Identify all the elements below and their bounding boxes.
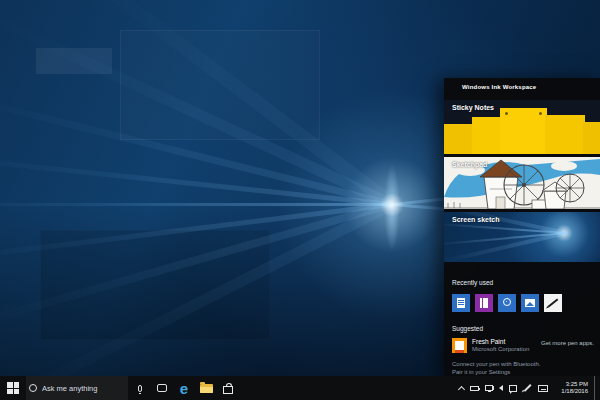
- sketch-pen-app-icon[interactable]: [544, 294, 562, 312]
- suggested-app-publisher: Microsoft Corporation: [472, 346, 541, 353]
- recently-used-heading: Recently used: [452, 279, 493, 286]
- battery-status[interactable]: [470, 386, 479, 391]
- microphone-icon: [138, 385, 142, 392]
- suggested-app-row: Fresh Paint Microsoft Corporation Get mo…: [452, 338, 594, 353]
- suggested-heading: Suggested: [452, 325, 483, 332]
- note-pin: [539, 112, 542, 115]
- clock-date: 1/18/2016: [554, 388, 588, 395]
- file-explorer-button[interactable]: [196, 376, 216, 400]
- hint-line-1: Connect your pen with Bluetooth.: [452, 361, 540, 369]
- fresh-paint-icon[interactable]: [452, 338, 467, 353]
- action-center-button[interactable]: [509, 385, 517, 392]
- screen-sketch-label: Screen sketch: [452, 216, 499, 223]
- pen-glyph: [548, 299, 559, 308]
- edge-browser-button[interactable]: e: [174, 376, 194, 400]
- clock-time: 3:25 PM: [554, 381, 588, 388]
- windows-ink-workspace-panel: Windows Ink Workspace Sticky Notes: [444, 78, 600, 376]
- folder-icon: [200, 384, 213, 393]
- show-desktop-button[interactable]: [594, 376, 597, 400]
- sticky-notes-label: Sticky Notes: [452, 104, 494, 111]
- sketchpad-tile[interactable]: Sketchpad: [444, 157, 600, 209]
- store-button[interactable]: [218, 376, 238, 400]
- recently-used-apps: [452, 294, 562, 312]
- action-center-icon: [509, 385, 517, 392]
- task-view-icon: [157, 384, 167, 392]
- sticky-note: [583, 122, 600, 154]
- get-more-pen-apps-link[interactable]: Get more pen apps.: [541, 340, 594, 346]
- ring-glyph: [503, 298, 511, 306]
- chevron-up-icon: [458, 385, 465, 392]
- onenote-app-icon[interactable]: [475, 294, 493, 312]
- document-glyph: [457, 298, 465, 308]
- show-hidden-icons-button[interactable]: [459, 385, 464, 392]
- task-view-button[interactable]: [152, 376, 172, 400]
- cortana-app-icon[interactable]: [498, 294, 516, 312]
- volume-control[interactable]: [499, 385, 503, 391]
- pen-icon: [524, 384, 531, 391]
- keyboard-icon: [538, 385, 548, 392]
- start-button[interactable]: [0, 376, 26, 400]
- mail-app-icon[interactable]: [452, 294, 470, 312]
- photo-glyph: [525, 299, 535, 307]
- taskbar: Ask me anything e 3:25 PM 1/18/2016: [0, 376, 600, 400]
- pen-pairing-hint: Connect your pen with Bluetooth. Pair it…: [452, 361, 540, 376]
- sticky-note: [444, 124, 474, 154]
- panel-title: Windows Ink Workspace: [462, 84, 536, 90]
- battery-icon: [470, 386, 479, 391]
- sticky-notes-tile[interactable]: Sticky Notes: [444, 100, 600, 154]
- note-pin: [505, 112, 508, 115]
- search-placeholder-text: Ask me anything: [42, 384, 97, 393]
- notebook-glyph: [480, 298, 488, 308]
- cortana-icon: [29, 384, 37, 392]
- hint-line-2: Pair it in your Settings: [452, 369, 540, 377]
- system-tray: 3:25 PM 1/18/2016: [459, 376, 597, 400]
- windows-logo-icon: [7, 382, 19, 394]
- sticky-note: [500, 108, 547, 154]
- ink-workspace-button[interactable]: [523, 387, 532, 389]
- suggested-app-info[interactable]: Fresh Paint Microsoft Corporation: [472, 338, 541, 353]
- touch-keyboard-button[interactable]: [538, 385, 548, 392]
- edge-icon: e: [180, 381, 188, 396]
- microphone-button[interactable]: [130, 376, 150, 400]
- screen-sketch-tile[interactable]: Screen sketch: [444, 212, 600, 262]
- windows-10-desktop: Windows Ink Workspace Sticky Notes: [0, 0, 600, 400]
- photos-app-icon[interactable]: [521, 294, 539, 312]
- clock[interactable]: 3:25 PM 1/18/2016: [554, 381, 588, 395]
- speaker-icon: [499, 385, 503, 391]
- sticky-note: [545, 115, 585, 154]
- store-bag-icon: [223, 386, 233, 394]
- sketchpad-label: Sketchpad: [452, 161, 487, 168]
- cortana-search-box[interactable]: Ask me anything: [26, 376, 128, 400]
- suggested-app-name: Fresh Paint: [472, 338, 541, 346]
- light-beam: [444, 231, 566, 262]
